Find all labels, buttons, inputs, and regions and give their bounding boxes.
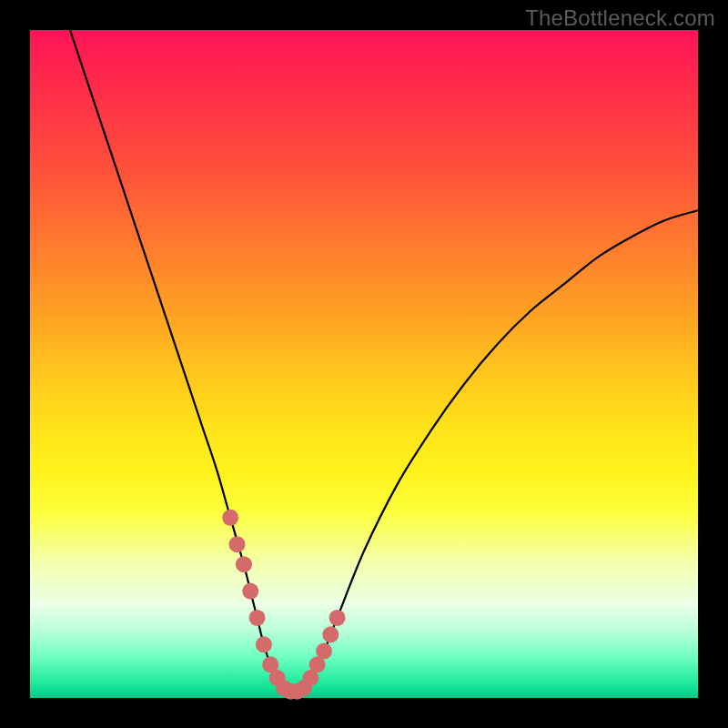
threshold-marker xyxy=(316,643,332,660)
bottleneck-curve-path xyxy=(70,30,698,692)
threshold-marker xyxy=(222,510,238,526)
threshold-marker xyxy=(236,556,252,572)
threshold-marker xyxy=(229,536,246,552)
threshold-marker xyxy=(242,583,258,600)
curve-layer xyxy=(30,30,698,698)
threshold-marker xyxy=(249,610,266,626)
threshold-marker xyxy=(256,636,272,652)
watermark-text: TheBottleneck.com xyxy=(525,5,715,31)
threshold-marker-group xyxy=(222,510,345,700)
threshold-marker xyxy=(322,626,339,642)
plot-area xyxy=(30,30,698,698)
threshold-marker xyxy=(329,610,346,626)
chart-stage: TheBottleneck.com xyxy=(0,0,728,728)
